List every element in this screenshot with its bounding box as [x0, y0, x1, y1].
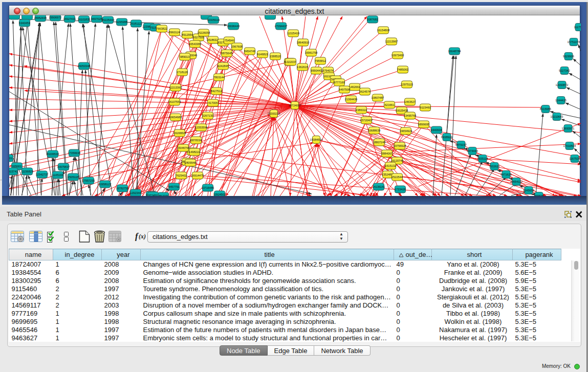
svg-text:19654983: 19654983 — [169, 116, 182, 119]
svg-text:20206533: 20206533 — [47, 152, 59, 156]
svg-text:7663822: 7663822 — [156, 27, 167, 30]
svg-text:7955812: 7955812 — [315, 59, 326, 62]
svg-text:16914479: 16914479 — [191, 174, 204, 177]
svg-text:16648784: 16648784 — [448, 50, 461, 53]
svg-text:2087682: 2087682 — [367, 18, 378, 21]
svg-text:9227342: 9227342 — [559, 69, 570, 72]
svg-text:7803144: 7803144 — [213, 76, 225, 79]
svg-text:9697025: 9697025 — [91, 17, 102, 20]
svg-text:1640934: 1640934 — [431, 128, 442, 132]
svg-text:3875645: 3875645 — [221, 52, 232, 55]
svg-text:9115460: 9115460 — [420, 106, 430, 109]
svg-text:16782759: 16782759 — [116, 187, 129, 190]
svg-text:29906972: 29906972 — [49, 16, 62, 19]
svg-text:18807249: 18807249 — [373, 141, 386, 144]
svg-text:19166825: 19166825 — [173, 132, 186, 135]
svg-text:10688639: 10688639 — [368, 129, 381, 132]
svg-text:18640910: 18640910 — [297, 41, 310, 44]
svg-text:11325419: 11325419 — [287, 32, 299, 35]
svg-text:26696443: 26696443 — [227, 25, 240, 28]
svg-text:9990443: 9990443 — [311, 69, 322, 72]
svg-text:2386322: 2386322 — [356, 108, 367, 112]
svg-text:21364436: 21364436 — [345, 98, 358, 101]
svg-text:9146821: 9146821 — [257, 53, 268, 56]
svg-text:13693971: 13693971 — [562, 127, 575, 130]
svg-text:3915741: 3915741 — [9, 170, 18, 173]
svg-text:7632621: 7632621 — [489, 165, 500, 168]
svg-text:3884067: 3884067 — [381, 152, 393, 155]
svg-text:1145193: 1145193 — [52, 173, 63, 177]
svg-text:417006: 417006 — [208, 101, 218, 104]
svg-text:1462661: 1462661 — [349, 85, 360, 89]
svg-text:15046768: 15046768 — [177, 146, 190, 149]
svg-text:8471626: 8471626 — [500, 173, 512, 176]
svg-text:3267130: 3267130 — [202, 114, 213, 117]
svg-text:9777169: 9777169 — [334, 81, 345, 84]
svg-text:9245652: 9245652 — [523, 189, 534, 192]
svg-text:29053346: 29053346 — [78, 64, 91, 68]
svg-text:2505115: 2505115 — [68, 176, 78, 179]
svg-text:8960124: 8960124 — [169, 31, 180, 34]
svg-text:1588520: 1588520 — [270, 55, 281, 58]
svg-text:2935114: 2935114 — [477, 157, 488, 160]
svg-text:7485063: 7485063 — [397, 68, 408, 71]
svg-text:9295988: 9295988 — [116, 20, 127, 24]
svg-text:2967608: 2967608 — [231, 45, 243, 48]
svg-text:989013: 989013 — [180, 55, 190, 58]
svg-text:10973493: 10973493 — [391, 54, 404, 57]
svg-text:19756928: 19756928 — [394, 144, 406, 147]
svg-text:29181122: 29181122 — [130, 22, 142, 25]
svg-text:1615132: 1615132 — [385, 164, 396, 167]
svg-text:9457791: 9457791 — [168, 185, 180, 188]
svg-text:19654923: 19654923 — [400, 129, 412, 133]
svg-text:15751074: 15751074 — [568, 40, 580, 43]
svg-text:1292344: 1292344 — [130, 191, 141, 194]
svg-text:621661: 621661 — [385, 103, 395, 106]
svg-text:13716485: 13716485 — [202, 186, 214, 189]
svg-text:10958127: 10958127 — [99, 183, 112, 186]
svg-text:12093872: 12093872 — [556, 83, 569, 86]
svg-text:16154808: 16154808 — [377, 29, 390, 32]
svg-text:9899695: 9899695 — [418, 123, 429, 126]
svg-text:10305024: 10305024 — [207, 18, 220, 21]
svg-text:12342737: 12342737 — [36, 173, 49, 176]
svg-text:15720407: 15720407 — [360, 119, 373, 122]
svg-text:12213967: 12213967 — [385, 40, 398, 43]
svg-text:26225443: 26225443 — [102, 18, 115, 21]
svg-text:1244415: 1244415 — [555, 99, 567, 102]
svg-text:17957255: 17957255 — [82, 179, 95, 182]
svg-text:16107553: 16107553 — [168, 100, 181, 103]
svg-text:27094437: 27094437 — [275, 25, 288, 28]
svg-text:13495768: 13495768 — [404, 114, 417, 117]
svg-text:1362615: 1362615 — [297, 65, 308, 69]
svg-text:18724007: 18724007 — [289, 104, 301, 107]
svg-text:25952935: 25952935 — [34, 16, 47, 19]
svg-text:3624574: 3624574 — [359, 90, 371, 93]
svg-text:8938924: 8938924 — [441, 136, 452, 139]
svg-text:10025438: 10025438 — [396, 109, 408, 112]
svg-text:15300213: 15300213 — [268, 112, 280, 115]
svg-text:1463627: 1463627 — [404, 100, 416, 103]
svg-text:831001: 831001 — [9, 157, 12, 160]
svg-text:15226058: 15226058 — [198, 31, 210, 34]
svg-text:2809948: 2809948 — [185, 161, 196, 164]
svg-text:1167534: 1167534 — [569, 157, 580, 160]
svg-text:9329906: 9329906 — [563, 55, 574, 58]
svg-text:7625402: 7625402 — [176, 174, 187, 177]
svg-text:10210643: 10210643 — [551, 115, 563, 118]
svg-text:14136141: 14136141 — [373, 185, 385, 188]
svg-text:(x): (x) — [139, 233, 146, 240]
svg-text:17010504: 17010504 — [563, 144, 576, 147]
svg-text:2522544: 2522544 — [391, 176, 403, 179]
svg-text:6794074: 6794074 — [322, 69, 334, 72]
svg-text:6879197: 6879197 — [455, 143, 467, 146]
svg-text:6340453: 6340453 — [19, 21, 30, 25]
svg-text:2718126: 2718126 — [177, 71, 188, 74]
svg-text:8912954: 8912954 — [182, 33, 193, 36]
svg-text:8215955: 8215955 — [540, 107, 551, 111]
svg-text:12353594: 12353594 — [195, 126, 208, 129]
svg-text:10654112: 10654112 — [510, 180, 522, 183]
svg-text:12213363: 12213363 — [169, 86, 182, 89]
svg-text:17359938: 17359938 — [68, 151, 81, 155]
svg-text:19384554: 19384554 — [310, 138, 323, 141]
